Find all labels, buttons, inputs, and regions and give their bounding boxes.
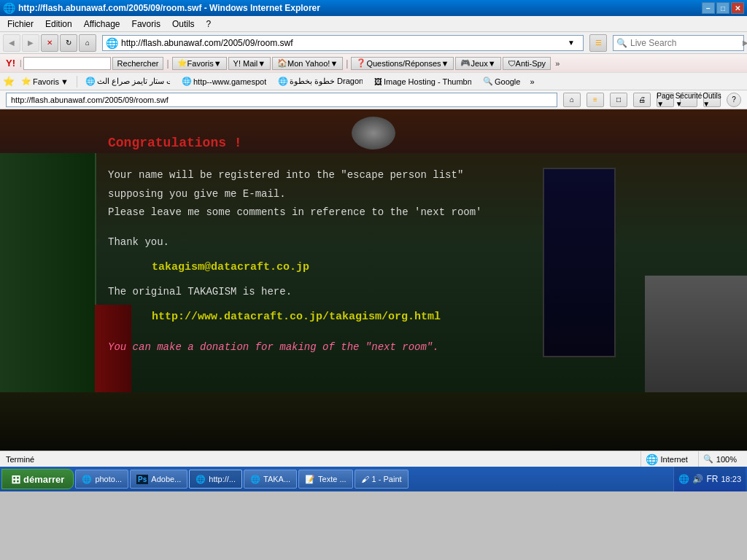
- bookmarks-bar: ⭐ ⭐ Favoris ▼ 🌐 منتديات ستار تايمز صراع …: [0, 73, 747, 90]
- ie-page-icon: 🌐: [106, 37, 118, 49]
- yahoo-toolbar-more[interactable]: »: [552, 58, 562, 69]
- bookmark-2[interactable]: 🌐 http--www.gamespot.com-...: [177, 74, 271, 88]
- blank-line: [108, 222, 740, 233]
- title-bar-controls: − □ ✕: [702, 2, 744, 14]
- taskbar-item-taka[interactable]: 🌐 TAKA...: [244, 470, 297, 489]
- search-input[interactable]: [630, 38, 740, 48]
- start-button[interactable]: ⊞ démarrer: [1, 469, 74, 489]
- bm4-icon: 🖼: [374, 77, 382, 86]
- thank-you-text: Thank you.: [108, 233, 740, 252]
- taskbar-item-ie1[interactable]: 🌐 photo...: [75, 470, 128, 489]
- yahoo-jeux-button[interactable]: 🎮 Jeux ▼: [455, 57, 500, 70]
- ie-icon-1: 🌐: [82, 475, 92, 484]
- rss-button[interactable]: ☰: [589, 34, 607, 52]
- yahoo-antispy-button[interactable]: 🛡 Anti-Spy: [503, 57, 551, 70]
- ie-icon-3: 🌐: [250, 475, 260, 484]
- text-icon: 📝: [305, 475, 315, 484]
- questions-icon: ❓: [356, 58, 366, 68]
- address-bar[interactable]: 🌐 ▼: [102, 35, 584, 51]
- chevron-mail: ▼: [258, 59, 266, 68]
- page-bar: http://flash.abunawaf.com/2005/09/room.s…: [0, 90, 747, 109]
- original-text: The original TAKAGISM is here.: [108, 283, 740, 301]
- flash-text-overlay: Congratulations ! Your name will be regi…: [108, 131, 740, 357]
- minimize-button[interactable]: −: [702, 2, 715, 14]
- outils-button[interactable]: Outils ▼: [703, 93, 721, 107]
- yahoo-rechercher-button[interactable]: Rechercher: [112, 57, 164, 70]
- chevron-my: ▼: [330, 59, 338, 68]
- refresh-button[interactable]: ↻: [60, 34, 77, 52]
- status-text: Terminé: [6, 455, 635, 464]
- taskbar-item-texte[interactable]: 📝 Texte ...: [298, 470, 353, 489]
- yahoo-logo: Y!: [3, 58, 18, 69]
- help-button[interactable]: ?: [727, 93, 741, 107]
- ie-icon: 🌐: [3, 2, 15, 14]
- chevron-j: ▼: [488, 59, 496, 68]
- yahoo-favoris-button[interactable]: ⭐ Favoris ▼: [172, 57, 227, 70]
- stop-button[interactable]: ✕: [41, 34, 58, 52]
- tray-lang[interactable]: FR: [706, 474, 718, 484]
- window-title: http://flash.abunawaf.com/2005/09/room.s…: [18, 3, 320, 13]
- favorites-icon: ⭐: [3, 76, 15, 87]
- bookmark-3[interactable]: 🌐 خطوة بخطوة Dragon ...: [273, 74, 368, 88]
- yahoo-sep2: |: [346, 58, 348, 69]
- taskbar-clock: 18:23: [721, 475, 741, 483]
- tray-network[interactable]: 🌐: [678, 474, 689, 484]
- bookmark-favoris[interactable]: ⭐ Favoris ▼: [16, 74, 74, 88]
- taskbar-item-ps[interactable]: Ps Adobe...: [130, 470, 187, 489]
- email-text[interactable]: takagism@datacraft.co.jp: [152, 257, 740, 277]
- flash-scene[interactable]: Congratulations ! Your name will be regi…: [0, 109, 747, 451]
- taskbar-item-paint[interactable]: 🖌 1 - Paint: [355, 470, 409, 489]
- bm3-icon: 🌐: [278, 77, 288, 86]
- monyahoo-icon: 🏠: [277, 58, 287, 68]
- chevron-bm: ▼: [61, 77, 69, 86]
- back-button[interactable]: ◀: [3, 34, 20, 52]
- title-bar: 🌐 http://flash.abunawaf.com/2005/09/room…: [0, 0, 747, 16]
- tray-volume[interactable]: 🔊: [692, 474, 703, 484]
- bookmark-4[interactable]: 🖼 Image Hosting - Thumbnail ...: [369, 75, 476, 88]
- line2-text: supposing you give me E-mail.: [108, 185, 740, 203]
- yahoo-sep1: |: [166, 58, 169, 69]
- zoom-text: 100%: [716, 455, 737, 464]
- bookmark-star: ⭐: [21, 77, 31, 86]
- bookmarks-more[interactable]: »: [527, 76, 537, 88]
- address-go-button[interactable]: ▼: [562, 34, 580, 52]
- close-button[interactable]: ✕: [731, 2, 744, 14]
- line3-text: Please leave me some comments in referen…: [108, 203, 740, 222]
- menu-affichage[interactable]: Affichage: [80, 18, 125, 31]
- taskbar-item-ie2[interactable]: 🌐 http://...: [189, 470, 242, 489]
- content-area: Congratulations ! Your name will be regi…: [0, 109, 747, 451]
- menu-fichier[interactable]: Fichier: [3, 18, 38, 31]
- menu-edition[interactable]: Edition: [41, 18, 77, 31]
- yahoo-questions-button[interactable]: ❓ Questions/Réponses ▼: [351, 57, 454, 70]
- page-rss-button[interactable]: ≡: [587, 93, 604, 107]
- search-icon: 🔍: [616, 38, 627, 48]
- bm2-icon: 🌐: [182, 77, 192, 86]
- page-dropdown-button[interactable]: Page ▼: [657, 93, 674, 107]
- yahoo-search-box[interactable]: [23, 57, 111, 70]
- home-button[interactable]: ⌂: [79, 34, 96, 52]
- donation-text: You can make a donation for making of th…: [108, 338, 740, 357]
- yahoo-monyahoo-button[interactable]: 🏠 Mon Yahoo! ▼: [272, 57, 343, 70]
- menu-outils[interactable]: Outils: [168, 18, 199, 31]
- address-input[interactable]: [121, 38, 560, 48]
- page-print-button[interactable]: 🖨: [633, 93, 651, 107]
- page-url[interactable]: http://flash.abunawaf.com/2005/09/room.s…: [6, 93, 557, 107]
- menu-favoris[interactable]: Favoris: [128, 18, 165, 31]
- tray-area: 🌐 🔊 FR 18:23: [673, 467, 746, 491]
- yahoo-search-input[interactable]: [27, 59, 107, 68]
- url-text[interactable]: http://www.datacraft.co.jp/takagism/org.…: [152, 307, 740, 327]
- bookmark-1[interactable]: 🌐 منتديات ستار تايمز صراع الث...: [80, 74, 175, 88]
- page-home-button[interactable]: ⌂: [563, 93, 581, 107]
- maximize-button[interactable]: □: [716, 2, 729, 14]
- security-button[interactable]: Sécurité ▼: [680, 93, 697, 107]
- forward-button[interactable]: ▶: [22, 34, 39, 52]
- menu-help[interactable]: ?: [202, 18, 216, 31]
- search-bar[interactable]: 🔍 ▶: [613, 35, 744, 51]
- ps-icon: Ps: [136, 475, 148, 484]
- yahoo-mail-button[interactable]: Y! Mail ▼: [228, 57, 271, 70]
- zone-text: Internet: [661, 455, 688, 464]
- bookmark-google[interactable]: 🔍 Google: [478, 74, 525, 88]
- page-tools-button[interactable]: □: [610, 93, 627, 107]
- room-floor: [0, 392, 747, 451]
- search-go[interactable]: ▶: [743, 39, 747, 47]
